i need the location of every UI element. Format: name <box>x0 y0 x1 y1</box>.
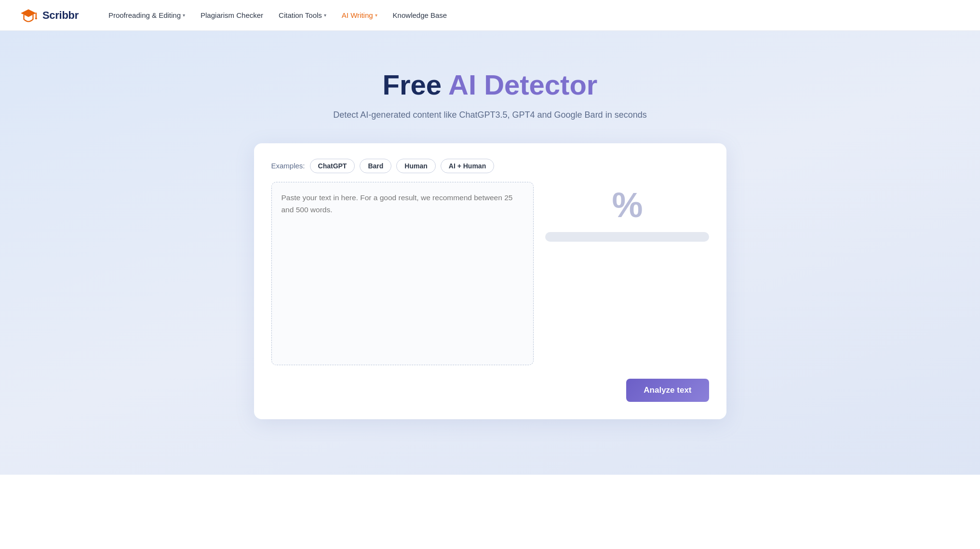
nav-link-knowledge-base[interactable]: Knowledge Base <box>386 7 454 23</box>
card-footer: Analyze text <box>271 379 709 402</box>
nav-link-plagiarism[interactable]: Plagiarism Checker <box>194 7 270 23</box>
nav-links: Proofreading & Editing ▾ Plagiarism Chec… <box>102 7 454 23</box>
chevron-down-icon: ▾ <box>183 13 185 18</box>
example-tag-bard[interactable]: Bard <box>360 159 391 173</box>
logo-icon <box>19 6 38 25</box>
hero-section: Free AI Detector Detect AI-generated con… <box>0 31 980 475</box>
example-tag-human[interactable]: Human <box>396 159 435 173</box>
result-bar-container <box>545 232 709 242</box>
detector-card: Examples: ChatGPT Bard Human AI + Human … <box>254 143 726 419</box>
logo-link[interactable]: Scribbr <box>19 6 79 25</box>
hero-title-part1: Free <box>383 69 448 100</box>
nav-link-citation[interactable]: Citation Tools ▾ <box>272 7 333 23</box>
chevron-down-icon: ▾ <box>375 13 377 18</box>
result-panel: % <box>545 182 709 367</box>
card-body: % <box>271 182 709 367</box>
example-tag-chatgpt[interactable]: ChatGPT <box>310 159 355 173</box>
svg-point-3 <box>35 17 37 19</box>
navbar: Scribbr Proofreading & Editing ▾ Plagiar… <box>0 0 980 31</box>
chevron-down-icon: ▾ <box>324 13 326 18</box>
analyze-button[interactable]: Analyze text <box>626 379 709 402</box>
examples-label: Examples: <box>271 162 305 170</box>
hero-title-part2: AI Detector <box>448 69 597 100</box>
example-tag-ai-human[interactable]: AI + Human <box>441 159 494 173</box>
nav-link-ai-writing[interactable]: AI Writing ▾ <box>335 7 384 23</box>
text-input[interactable] <box>271 182 534 365</box>
logo-text: Scribbr <box>42 9 79 22</box>
percent-display: % <box>612 188 642 222</box>
hero-subtitle: Detect AI-generated content like ChatGPT… <box>333 110 646 120</box>
hero-title: Free AI Detector <box>383 69 598 100</box>
nav-link-proofreading[interactable]: Proofreading & Editing ▾ <box>102 7 192 23</box>
examples-row: Examples: ChatGPT Bard Human AI + Human <box>271 159 709 173</box>
text-area-wrapper <box>271 182 534 367</box>
